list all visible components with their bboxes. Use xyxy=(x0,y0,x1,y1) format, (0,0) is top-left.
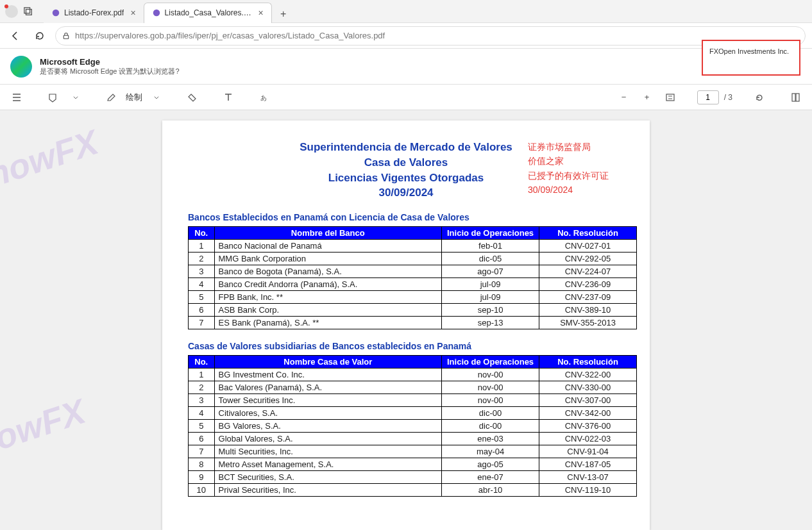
col-name: Nombre del Banco xyxy=(214,227,442,240)
cn-line: 30/09/2024 xyxy=(528,183,609,197)
cell-name: BG Valores, S.A. xyxy=(214,420,442,433)
cn-line: 价值之家 xyxy=(528,154,609,168)
cell-inicio: sep-13 xyxy=(442,317,539,329)
back-button[interactable] xyxy=(6,27,24,45)
tab-active[interactable]: Listado_Casa_Valores.pdf × xyxy=(144,3,272,23)
cell-no: 7 xyxy=(189,445,215,458)
pdf-favicon xyxy=(51,8,60,17)
pdf-page: Superintendencia de Mercado de Valores C… xyxy=(162,120,650,530)
pdf-viewer[interactable]: KnowFX KnowFX KnowFX KnowFX Superintende… xyxy=(0,110,812,530)
cell-res: CNV-292-05 xyxy=(539,253,637,265)
close-icon[interactable]: × xyxy=(130,8,135,18)
col-res: No. Resolución xyxy=(539,227,637,240)
table-row: 4Citivalores, S.A.dic-00CNV-342-00 xyxy=(189,407,637,420)
cell-res: CNV-307-00 xyxy=(539,394,637,407)
tab-actions-icon[interactable] xyxy=(23,6,33,17)
cell-res: CNV-022-03 xyxy=(539,433,637,445)
cell-name: Banco Credit Andorra (Panamá), S.A. xyxy=(214,278,442,291)
cell-no: 3 xyxy=(189,394,215,407)
cell-inicio: ago-07 xyxy=(442,265,539,278)
cell-no: 1 xyxy=(189,369,215,381)
cell-name: Tower Securities Inc. xyxy=(214,394,442,407)
rotate-icon[interactable] xyxy=(750,88,768,106)
document-title: Superintendencia de Mercado de Valores C… xyxy=(188,140,624,201)
new-tab-button[interactable]: + xyxy=(275,5,292,23)
contents-icon[interactable] xyxy=(8,88,26,106)
cell-name: Bac Valores (Panamá), S.A. xyxy=(214,381,442,394)
cell-no: 5 xyxy=(189,291,215,304)
cell-no: 2 xyxy=(189,381,215,394)
highlight-icon[interactable] xyxy=(44,88,62,106)
cell-name: Banco Nacional de Panamá xyxy=(214,240,442,253)
cn-line: 证券市场监督局 xyxy=(528,140,609,154)
cell-name: Prival Securities, Inc. xyxy=(214,484,442,497)
tab-title: Listado_Casa_Valores.pdf xyxy=(165,8,252,17)
tab-strip: Listado-Forex.pdf × Listado_Casa_Valores… xyxy=(44,0,292,23)
svg-rect-7 xyxy=(792,94,795,101)
table-row: 6ASB Bank Corp.sep-10CNV-389-10 xyxy=(189,304,637,317)
table-row: 2Bac Valores (Panamá), S.A.nov-00CNV-330… xyxy=(189,381,637,394)
cell-res: CNV-330-00 xyxy=(539,381,637,394)
table-row: 1BG Investment Co. Inc.nov-00CNV-322-00 xyxy=(189,369,637,381)
table-row: 7ES Bank (Panamá), S.A. **sep-13SMV-355-… xyxy=(189,317,637,329)
cell-inicio: abr-10 xyxy=(442,484,539,497)
cell-name: Banco de Bogota (Panamá), S.A. xyxy=(214,265,442,278)
cell-inicio: jul-09 xyxy=(442,291,539,304)
table-row: 2MMG Bank Corporationdic-05CNV-292-05 xyxy=(189,253,637,265)
draw-label[interactable]: 绘制 xyxy=(126,92,142,103)
default-browser-prompt: Microsoft Edge 是否要将 Microsoft Edge 设置为默认… xyxy=(0,49,812,85)
cell-no: 7 xyxy=(189,317,215,329)
svg-rect-6 xyxy=(666,94,674,101)
table-row: 8Metro Asset Management, S.A.ago-05CNV-1… xyxy=(189,458,637,471)
cell-res: CNV-91-04 xyxy=(539,445,637,458)
profile-icon[interactable] xyxy=(5,5,18,18)
page-number-input[interactable] xyxy=(697,90,719,104)
col-no: No. xyxy=(189,227,215,240)
cell-name: MMG Bank Corporation xyxy=(214,253,442,265)
svg-text:あ: あ xyxy=(260,94,267,101)
titlebar: Listado-Forex.pdf × Listado_Casa_Valores… xyxy=(0,0,812,23)
close-icon[interactable]: × xyxy=(258,8,263,18)
table-row: 4Banco Credit Andorra (Panamá), S.A.jul-… xyxy=(189,278,637,291)
read-aloud-icon[interactable]: あ xyxy=(255,88,273,106)
page-view-icon[interactable] xyxy=(786,88,804,106)
col-inicio: Inicio de Operaciones xyxy=(442,356,539,369)
url-bar[interactable]: https://supervalores.gob.pa/files/iper/p… xyxy=(55,26,806,46)
cell-inicio: dic-05 xyxy=(442,253,539,265)
col-name: Nombre Casa de Valor xyxy=(214,356,442,369)
cell-res: SMV-355-2013 xyxy=(539,317,637,329)
edge-logo-icon xyxy=(10,56,32,78)
zoom-out-button[interactable]: − xyxy=(615,88,633,106)
erase-icon[interactable] xyxy=(183,88,201,106)
chevron-down-icon[interactable] xyxy=(148,88,165,106)
chevron-down-icon[interactable] xyxy=(67,88,85,106)
table-row: 6Global Valores, S.A.ene-03CNV-022-03 xyxy=(189,433,637,445)
watermark: KnowFX xyxy=(0,122,103,203)
text-icon[interactable] xyxy=(219,88,237,106)
svg-point-2 xyxy=(53,9,60,16)
draw-icon[interactable] xyxy=(103,88,121,106)
cell-res: CNV-237-09 xyxy=(539,291,637,304)
zoom-in-button[interactable]: + xyxy=(638,88,656,106)
cell-name: FPB Bank, Inc. ** xyxy=(214,291,442,304)
watermark: KnowFX xyxy=(0,391,90,472)
fit-page-icon[interactable] xyxy=(661,88,679,106)
col-res: No. Resolución xyxy=(539,356,637,369)
svg-rect-4 xyxy=(63,35,69,38)
cell-no: 10 xyxy=(189,484,215,497)
cell-no: 6 xyxy=(189,433,215,445)
table-row: 3Banco de Bogota (Panamá), S.A.ago-07CNV… xyxy=(189,265,637,278)
refresh-button[interactable] xyxy=(31,27,49,45)
cell-res: CNV-027-01 xyxy=(539,240,637,253)
cell-no: 9 xyxy=(189,471,215,484)
cell-inicio: ene-07 xyxy=(442,471,539,484)
cell-inicio: jul-09 xyxy=(442,278,539,291)
tab-inactive[interactable]: Listado-Forex.pdf × xyxy=(44,3,144,23)
prompt-title: Microsoft Edge xyxy=(40,57,180,67)
cell-res: CNV-376-00 xyxy=(539,420,637,433)
section-title: Casas de Valores subsidiarias de Bancos … xyxy=(188,341,624,351)
cell-res: CNV-342-00 xyxy=(539,407,637,420)
svg-rect-1 xyxy=(26,9,32,15)
svg-rect-0 xyxy=(24,7,30,13)
cell-no: 6 xyxy=(189,304,215,317)
